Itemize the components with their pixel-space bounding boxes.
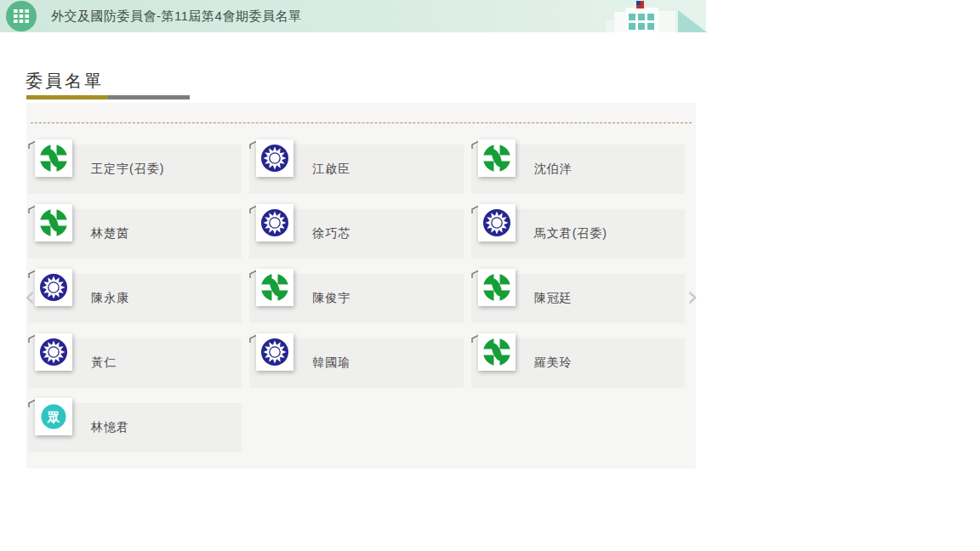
party-badge: 眾 <box>35 398 72 435</box>
member-name: 陳冠廷 <box>534 291 573 306</box>
carousel-prev-button[interactable]: ‹ <box>20 277 40 315</box>
kmt-party-icon <box>38 272 69 303</box>
carousel-next-button[interactable]: › <box>682 277 703 315</box>
member-card[interactable]: 陳冠廷 <box>471 274 685 323</box>
party-badge <box>478 333 516 371</box>
member-card[interactable]: 眾 林憶君 <box>28 403 242 452</box>
member-card[interactable]: 沈伯洋 <box>471 145 685 194</box>
member-name: 黃仁 <box>91 355 117 371</box>
kmt-party-icon <box>481 207 512 238</box>
member-card[interactable]: 韓國瑜 <box>249 338 463 388</box>
kmt-party-icon <box>259 337 290 367</box>
party-badge <box>256 269 293 306</box>
member-card[interactable]: 羅美玲 <box>471 338 685 388</box>
taiwan-flag-icon <box>636 1 644 9</box>
member-name: 王定宇(召委) <box>91 162 164 177</box>
member-card[interactable]: 陳永康 <box>28 274 242 323</box>
dashed-divider <box>31 122 692 123</box>
party-badge <box>35 269 72 306</box>
party-badge <box>256 204 293 241</box>
party-badge <box>478 139 516 177</box>
title-underline-gold <box>26 95 108 99</box>
member-card[interactable]: 王定宇(召委) <box>28 145 242 194</box>
member-card[interactable]: 黃仁 <box>28 338 242 388</box>
building-block <box>658 11 675 32</box>
kmt-party-icon <box>259 207 290 238</box>
app-header: 外交及國防委員會-第11屆第4會期委員名單 <box>0 0 706 32</box>
member-name: 陳俊宇 <box>312 291 350 306</box>
member-name: 沈伯洋 <box>534 162 573 177</box>
member-card[interactable]: 馬文君(召委) <box>471 209 685 258</box>
svg-text:眾: 眾 <box>47 410 60 424</box>
title-underline-gray <box>108 95 190 99</box>
section-title: 委員名單 <box>26 70 104 93</box>
member-name: 韓國瑜 <box>312 355 350 371</box>
grid-menu-icon <box>14 9 29 23</box>
party-badge <box>35 204 72 241</box>
member-card[interactable]: 林楚茵 <box>28 209 242 258</box>
party-badge <box>35 139 72 177</box>
member-card[interactable]: 徐巧芯 <box>249 209 463 258</box>
member-name: 林楚茵 <box>91 226 129 241</box>
header-triangle-decoration <box>678 10 707 32</box>
dpp-party-icon <box>38 143 69 173</box>
party-badge <box>478 269 516 306</box>
dpp-party-icon <box>481 143 512 173</box>
member-card[interactable]: 江啟臣 <box>249 145 463 194</box>
member-card[interactable]: 陳俊宇 <box>249 274 463 323</box>
tpp-party-icon: 眾 <box>38 401 69 432</box>
party-badge <box>256 139 293 177</box>
member-panel: 王定宇(召委) 江啟臣 沈伯洋 <box>26 103 696 469</box>
member-name: 徐巧芯 <box>312 226 350 241</box>
grid-menu-button[interactable] <box>6 1 37 31</box>
dpp-party-icon <box>481 337 512 367</box>
member-name: 羅美玲 <box>534 355 573 371</box>
building-block <box>614 12 626 32</box>
dpp-party-icon <box>259 272 290 303</box>
party-badge <box>256 333 293 371</box>
member-name: 馬文君(召委) <box>534 226 607 241</box>
party-badge <box>478 204 516 241</box>
member-grid: 王定宇(召委) 江啟臣 沈伯洋 <box>28 145 685 452</box>
dpp-party-icon <box>481 272 512 303</box>
building-windows <box>629 14 654 30</box>
page-header-title: 外交及國防委員會-第11屆第4會期委員名單 <box>51 0 301 32</box>
member-name: 林憶君 <box>91 420 129 435</box>
member-name: 陳永康 <box>91 291 129 306</box>
kmt-party-icon <box>259 143 290 173</box>
dpp-party-icon <box>38 207 69 238</box>
member-name: 江啟臣 <box>312 162 350 177</box>
kmt-party-icon <box>38 337 69 367</box>
party-badge <box>35 333 72 371</box>
